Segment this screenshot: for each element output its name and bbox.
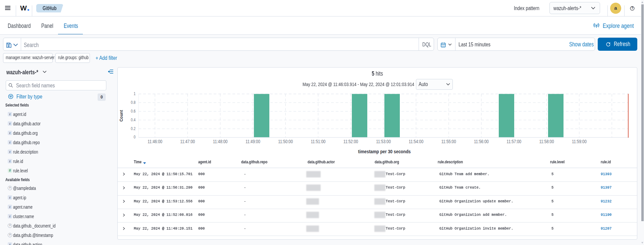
- svg-text:0.2: 0.2: [131, 126, 136, 131]
- svg-text:11:58:00: 11:58:00: [539, 139, 554, 144]
- svg-text:0: 0: [133, 135, 136, 139]
- svg-text:0.6: 0.6: [131, 109, 136, 113]
- svg-text:?: ?: [631, 6, 633, 10]
- svg-text:11:55:00: 11:55:00: [441, 139, 456, 144]
- svg-text:Count: Count: [119, 110, 124, 122]
- svg-text:11:49:00: 11:49:00: [246, 139, 260, 144]
- svg-text:timestamp per 30 seconds: timestamp per 30 seconds: [358, 149, 411, 154]
- svg-text:11:54:00: 11:54:00: [409, 139, 423, 144]
- svg-text:0.4: 0.4: [131, 118, 136, 122]
- svg-text:11:59:00: 11:59:00: [572, 139, 587, 144]
- svg-text:11:52:00: 11:52:00: [343, 139, 358, 144]
- svg-text:1: 1: [133, 91, 136, 96]
- svg-text:11:56:00: 11:56:00: [474, 139, 489, 144]
- svg-text:11:50:00: 11:50:00: [278, 139, 293, 144]
- svg-text:11:53:00: 11:53:00: [376, 139, 391, 144]
- svg-text:0.8: 0.8: [131, 100, 136, 105]
- svg-text:11:57:00: 11:57:00: [506, 139, 521, 144]
- svg-text:11:46:00: 11:46:00: [148, 139, 162, 144]
- svg-text:11:51:00: 11:51:00: [311, 139, 326, 144]
- svg-text:11:47:00: 11:47:00: [180, 139, 195, 144]
- svg-text:11:48:00: 11:48:00: [213, 139, 228, 144]
